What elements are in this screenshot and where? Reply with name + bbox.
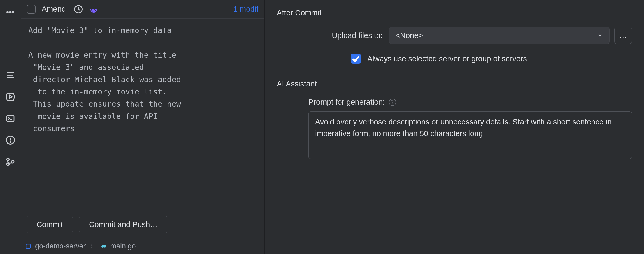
upload-more-button[interactable]: … (614, 27, 632, 44)
commit-button[interactable]: Commit (27, 216, 73, 233)
help-icon[interactable]: ? (389, 99, 396, 106)
breadcrumb-project[interactable]: go-demo-server (35, 242, 86, 250)
breadcrumb: go-demo-server 〉 main.go (21, 238, 264, 254)
svg-marker-7 (10, 95, 12, 98)
run-icon[interactable] (6, 92, 15, 101)
problems-icon[interactable] (6, 135, 15, 145)
svg-point-0 (7, 11, 8, 13)
go-file-icon (100, 243, 107, 250)
svg-point-13 (7, 158, 9, 161)
history-icon[interactable] (74, 5, 83, 14)
breadcrumb-file[interactable]: main.go (110, 242, 136, 250)
commit-header: Amend 1 modif (21, 0, 264, 19)
svg-point-1 (10, 11, 11, 13)
prompt-label: Prompt for generation: (308, 98, 385, 107)
menu-icon[interactable] (6, 70, 15, 80)
commit-message-input[interactable]: Add "Movie 3" to in-memory data A new mo… (21, 19, 264, 213)
commit-push-button[interactable]: Commit and Push… (79, 216, 168, 233)
commit-panel: Amend 1 modif Add "Movie 3" to in-memory… (21, 0, 264, 254)
svg-point-20 (102, 246, 103, 246)
svg-rect-17 (26, 244, 30, 248)
dropdown-value: <None> (396, 31, 423, 40)
left-toolbar (0, 0, 21, 254)
amend-checkbox[interactable] (27, 5, 36, 14)
svg-point-19 (104, 245, 106, 248)
ai-section: AI Assistant (277, 80, 632, 88)
after-commit-section: After Commit (277, 8, 632, 17)
chevron-down-icon (597, 33, 603, 38)
more-icon[interactable] (6, 7, 15, 17)
svg-point-12 (10, 142, 11, 142)
modified-link[interactable]: 1 modif (233, 5, 258, 13)
ai-icon[interactable] (89, 5, 98, 14)
upload-label: Upload files to: (308, 31, 383, 40)
vcs-icon[interactable] (6, 157, 15, 167)
terminal-icon[interactable] (6, 114, 15, 123)
svg-point-2 (12, 11, 14, 13)
always-use-row: Always use selected server or group of s… (277, 54, 632, 64)
svg-point-21 (104, 246, 105, 246)
amend-label: Amend (42, 5, 66, 13)
settings-panel: After Commit Upload files to: <None> … A… (264, 0, 644, 254)
upload-row: Upload files to: <None> … (277, 27, 632, 44)
prompt-label-row: Prompt for generation: ? (277, 98, 632, 107)
section-title: After Commit (277, 8, 321, 17)
breadcrumb-sep: 〉 (90, 242, 97, 251)
svg-point-15 (12, 161, 14, 163)
svg-marker-6 (6, 93, 14, 100)
always-use-label: Always use selected server or group of s… (367, 54, 527, 63)
project-icon (25, 243, 32, 250)
svg-rect-8 (7, 116, 14, 121)
commit-actions: Commit Commit and Push… (21, 213, 264, 238)
section-title: AI Assistant (277, 80, 317, 88)
upload-dropdown[interactable]: <None> (389, 27, 610, 44)
always-use-checkbox[interactable] (351, 54, 361, 64)
prompt-textarea[interactable]: Avoid overly verbose descriptions or unn… (308, 111, 632, 159)
